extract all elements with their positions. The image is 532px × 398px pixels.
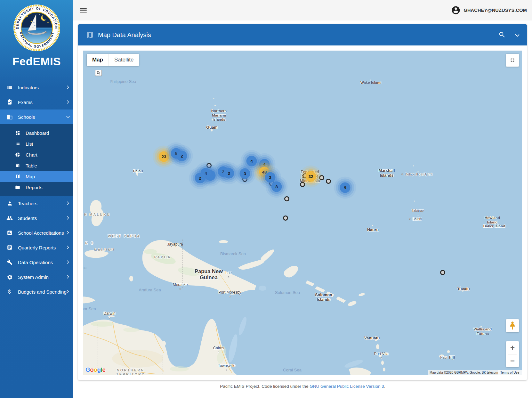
submenu-item-list[interactable]: List [0, 138, 73, 149]
school-marker[interactable] [440, 270, 445, 275]
sidebar: DEPARTMENT OF EDUCATION NATIONAL GOVERNM… [0, 0, 73, 398]
sidebar-item-students[interactable]: Students [0, 211, 73, 225]
sidebar-item-label: Schools [18, 114, 35, 120]
bar-chart-icon [6, 230, 13, 236]
content-area: Map Data Analysis [73, 20, 532, 398]
submenu-item-label: Dashboard [26, 130, 49, 136]
sidebar-item-data-operations[interactable]: Data Operations [0, 255, 73, 270]
fullscreen-icon [510, 57, 515, 63]
cluster-marker[interactable]: 2 [177, 151, 187, 161]
chevron-right-icon [67, 230, 69, 236]
zoom-control: + − [506, 341, 519, 367]
schools-submenu: Dashboard List Chart Table Map [0, 124, 73, 196]
map-analysis-card: Map Data Analysis [78, 24, 527, 380]
school-marker[interactable] [284, 196, 289, 201]
clipboard-check-icon [6, 99, 13, 105]
map-type-map-button[interactable]: Map [87, 54, 109, 66]
hamburger-menu-icon[interactable] [80, 8, 87, 13]
submenu-item-chart[interactable]: Chart [0, 149, 73, 160]
zoom-out-button[interactable]: − [506, 354, 519, 367]
sidebar-item-label: System Admin [18, 274, 49, 280]
dollar-icon [6, 288, 13, 295]
bullet-list-icon [15, 141, 20, 147]
cluster-marker[interactable]: 4 [246, 156, 257, 167]
sidebar-item-label: Budgets and Spending [18, 289, 67, 295]
search-icon[interactable] [498, 31, 506, 40]
sidebar-item-label: Indicators [18, 85, 39, 90]
cluster-marker[interactable]: 3 [224, 168, 234, 179]
footer-text: Pacific EMIS Project. Code licensed unde… [220, 384, 310, 389]
map-canvas[interactable]: Philippine SeaWake IslandNorthern Marian… [83, 51, 522, 375]
page-title: Map Data Analysis [98, 31, 151, 39]
chevron-right-icon [67, 245, 69, 250]
school-marker[interactable] [326, 179, 331, 184]
submenu-item-reports[interactable]: Reports [0, 182, 73, 193]
chevron-right-icon [67, 85, 69, 90]
clipboard-icon [6, 244, 13, 251]
pie-chart-icon [15, 152, 20, 158]
submenu-item-dashboard[interactable]: Dashboard [0, 127, 73, 138]
people-icon [6, 215, 13, 221]
terms-of-use-link[interactable]: Terms of Use [498, 370, 522, 375]
school-marker[interactable] [300, 182, 305, 187]
wrench-icon [6, 259, 13, 265]
cluster-marker[interactable]: 23 [159, 151, 169, 162]
gear-icon [6, 274, 13, 280]
sidebar-item-indicators[interactable]: Indicators [0, 80, 73, 95]
zoom-in-button[interactable]: + [506, 341, 519, 354]
sidebar-item-label: Teachers [18, 201, 37, 206]
cluster-marker[interactable]: 3 [265, 172, 276, 183]
folder-icon [15, 184, 20, 190]
submenu-item-map[interactable]: Map [0, 171, 73, 182]
cluster-marker[interactable]: 3 [240, 168, 250, 179]
sidebar-item-label: Students [18, 215, 37, 221]
map-markers-layer: 235242233444838329 [83, 51, 522, 375]
account-circle-icon [451, 5, 461, 15]
submenu-item-label: Map [26, 174, 35, 179]
sidebar-item-school-accreditations[interactable]: School Accreditations [0, 225, 73, 240]
user-menu[interactable]: GHACHEY@NUZUSYS.COM [451, 0, 527, 20]
chevron-right-icon [67, 274, 69, 280]
cluster-marker[interactable]: 32 [306, 171, 316, 182]
submenu-item-label: List [26, 141, 33, 147]
sidebar-item-exams[interactable]: Exams [0, 95, 73, 110]
collapse-chevron-icon[interactable] [515, 33, 520, 38]
cluster-marker[interactable]: 9 [340, 183, 351, 193]
sidebar-item-teachers[interactable]: Teachers [0, 196, 73, 211]
table-icon [15, 163, 20, 168]
map-type-satellite-button[interactable]: Satellite [109, 54, 139, 66]
school-marker[interactable] [283, 215, 288, 221]
footer-license-link[interactable]: GNU General Public License Version 3 [310, 384, 384, 389]
department-of-education-seal: DEPARTMENT OF EDUCATION NATIONAL GOVERNM… [13, 4, 61, 52]
school-marker[interactable] [319, 175, 324, 180]
google-logo[interactable]: Google [85, 366, 105, 373]
sidebar-item-budgets-and-spending[interactable]: Budgets and Spending [0, 284, 73, 299]
chevron-right-icon [67, 100, 69, 105]
box-zoom-button[interactable] [95, 70, 102, 76]
sidebar-item-schools[interactable]: Schools [0, 110, 73, 124]
sidebar-nav: Indicators Exams Schools Dashboard [0, 80, 73, 299]
list-icon [6, 84, 13, 91]
street-view-pegman-button[interactable] [506, 319, 519, 332]
magnifier-icon [96, 71, 101, 75]
submenu-item-label: Table [26, 163, 37, 168]
sidebar-item-label: Quarterly Reports [18, 245, 56, 250]
chevron-down-icon [65, 116, 71, 118]
app-title: FedEMIS [0, 55, 73, 68]
app-window: DEPARTMENT OF EDUCATION NATIONAL GOVERNM… [0, 0, 532, 398]
sidebar-item-quarterly-reports[interactable]: Quarterly Reports [0, 240, 73, 255]
cluster-marker[interactable]: 8 [271, 182, 282, 192]
footer: Pacific EMIS Project. Code licensed unde… [73, 384, 532, 389]
cluster-marker[interactable]: 2 [195, 173, 206, 183]
map-attribution: Map data ©2020 GBRMPA, Google, SK teleco… [428, 370, 500, 375]
brand-header: DEPARTMENT OF EDUCATION NATIONAL GOVERNM… [0, 0, 73, 80]
school-marker[interactable] [206, 163, 212, 168]
sidebar-item-system-admin[interactable]: System Admin [0, 270, 73, 284]
sidebar-item-label: Exams [18, 100, 33, 105]
submenu-item-table[interactable]: Table [0, 160, 73, 171]
submenu-item-label: Chart [26, 152, 37, 158]
fullscreen-button[interactable] [506, 54, 519, 67]
sidebar-item-label: School Accreditations [18, 230, 64, 236]
school-building-icon [6, 114, 13, 120]
chevron-right-icon [67, 289, 69, 295]
